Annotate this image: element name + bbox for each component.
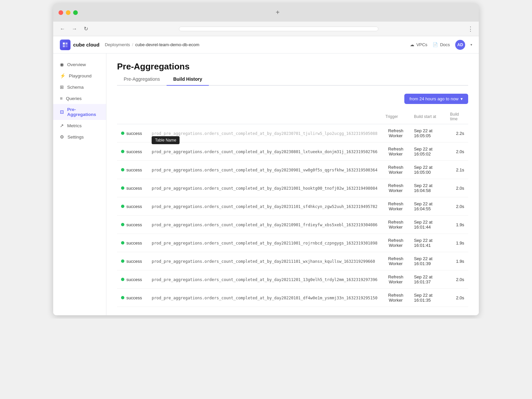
sidebar-item-label: Settings [67, 135, 84, 140]
svg-rect-0 [63, 43, 65, 45]
name-cell[interactable]: prod_pre_aggregations.orders_count_compl… [148, 234, 381, 252]
filter-label: from 24 hours ago to now [410, 96, 459, 101]
cloud-icon: ☁ [410, 42, 414, 47]
success-dot [121, 186, 124, 190]
name-cell[interactable]: prod_pre_aggregations.orders_count_compl… [148, 161, 381, 179]
vpcs-link[interactable]: ☁ VPCs [410, 42, 427, 47]
trigger-cell: RefreshWorker [381, 252, 410, 270]
name-cell[interactable]: prod_pre_aggregations.orders_count_compl… [148, 252, 381, 270]
sidebar-item-pre-aggregations[interactable]: ⊡ Pre-Aggregations [53, 104, 106, 120]
sidebar-item-overview[interactable]: ◉ Overview [53, 59, 106, 70]
svg-rect-3 [66, 45, 67, 47]
success-dot [121, 132, 124, 135]
table-row: successprod_pre_aggregations.orders_coun… [117, 197, 468, 216]
col-header-status [117, 109, 148, 124]
status-label: success [126, 259, 142, 264]
tab-build-history[interactable]: Build History [167, 73, 209, 86]
traffic-lights [59, 10, 78, 15]
build-start-cell: Sep 22 at 16:04:55 [410, 197, 446, 216]
success-dot [121, 278, 124, 281]
chevron-down-icon: ▾ [461, 96, 463, 101]
table-row: successprod_pre_aggregations.orders_coun… [117, 179, 468, 197]
table-name: prod_pre_aggregations.orders_count_compl… [152, 277, 377, 282]
name-cell[interactable]: prod_pre_aggregations.orders_count_compl… [148, 124, 381, 143]
sidebar: ◉ Overview ⚡ Playground ⊞ Schema ≡ Queri… [53, 53, 106, 315]
trigger-cell: RefreshWorker [381, 161, 410, 179]
build-time-cell: 2.0s [446, 270, 468, 289]
status-badge: success [121, 241, 144, 246]
docs-link[interactable]: 📄 Docs [433, 42, 450, 47]
col-header-build-start: Build start at [410, 109, 446, 124]
status-cell: success [117, 124, 148, 143]
status-label: success [126, 167, 142, 172]
close-button[interactable] [59, 10, 63, 15]
page-title: Pre-Aggregations [117, 61, 190, 72]
reload-button[interactable]: ↻ [82, 24, 89, 33]
trigger-cell: RefreshWorker [381, 270, 410, 289]
browser-toolbar: ← → ↻ ⋮ [53, 22, 479, 36]
minimize-button[interactable] [66, 10, 70, 15]
build-time-cell: 1.9s [446, 252, 468, 270]
build-start-cell: Sep 22 at 16:01:37 [410, 270, 446, 289]
status-cell: success [117, 143, 148, 161]
name-cell[interactable]: prod_pre_aggregations.orders_count_compl… [148, 179, 381, 197]
trigger-cell: RefreshWorker [381, 124, 410, 143]
sidebar-item-label: Playground [69, 73, 91, 78]
table-name: prod_pre_aggregations.orders_count_compl… [152, 204, 377, 209]
status-badge: success [121, 222, 144, 227]
sidebar-item-label: Schema [67, 85, 84, 90]
table-name: prod_pre_aggregations.orders_count_compl… [152, 241, 377, 246]
table-name: prod_pre_aggregations.orders_count_compl… [152, 259, 375, 264]
breadcrumb-parent[interactable]: Deployments [105, 42, 130, 47]
sidebar-item-playground[interactable]: ⚡ Playground [53, 70, 106, 81]
name-cell[interactable]: prod_pre_aggregations.orders_count_compl… [148, 197, 381, 216]
name-cell[interactable]: prod_pre_aggregations.orders_count_compl… [148, 270, 381, 289]
maximize-button[interactable] [73, 10, 78, 15]
sidebar-item-queries[interactable]: ≡ Queries [53, 93, 106, 104]
status-label: success [126, 295, 142, 300]
status-label: success [126, 149, 142, 154]
forward-button[interactable]: → [70, 25, 78, 33]
status-label: success [126, 186, 142, 191]
avatar[interactable]: AD [455, 40, 465, 50]
table-name: prod_pre_aggregations.orders_count_compl… [152, 223, 377, 227]
new-tab-button[interactable]: + [273, 7, 282, 18]
success-dot [121, 241, 124, 245]
status-label: success [126, 204, 142, 209]
sidebar-item-settings[interactable]: ⚙ Settings [53, 131, 106, 143]
status-cell: success [117, 161, 148, 179]
status-label: success [126, 277, 142, 282]
trigger-cell: RefreshWorker [381, 179, 410, 197]
build-start-cell: Sep 22 at 16:01:41 [410, 234, 446, 252]
table-row: successprod_pre_aggregations.orders_coun… [117, 216, 468, 234]
build-start-cell: Sep 22 at 16:01:39 [410, 252, 446, 270]
trigger-cell: RefreshWorker [381, 143, 410, 161]
address-bar[interactable] [179, 27, 378, 31]
status-cell: success [117, 197, 148, 216]
build-start-cell: Sep 22 at 16:04:58 [410, 179, 446, 197]
queries-icon: ≡ [60, 96, 63, 101]
sidebar-item-schema[interactable]: ⊞ Schema [53, 81, 106, 93]
breadcrumb-current: cube-devrel-team-demo-db-ecom [135, 42, 200, 47]
build-start-cell: Sep 22 at 16:05:05 [410, 124, 446, 143]
svg-rect-1 [66, 43, 67, 45]
build-time-cell: 1.9s [446, 216, 468, 234]
back-button[interactable]: ← [59, 25, 66, 33]
sidebar-item-metrics[interactable]: ↗ Metrics [53, 120, 106, 131]
name-cell[interactable]: prod_pre_aggregations.orders_count_compl… [148, 143, 381, 161]
logo-text: cube cloud [73, 42, 99, 48]
pre-agg-icon: ⊡ [60, 109, 64, 115]
status-badge: success [121, 259, 144, 264]
logo-icon [60, 40, 70, 50]
main-layout: ◉ Overview ⚡ Playground ⊞ Schema ≡ Queri… [53, 53, 479, 315]
chevron-down-icon: ▾ [470, 43, 472, 47]
success-dot [121, 223, 124, 226]
filter-button[interactable]: from 24 hours ago to now ▾ [404, 94, 468, 104]
tab-pre-aggregations[interactable]: Pre-Aggregations [117, 73, 167, 86]
status-cell: success [117, 234, 148, 252]
page-header: Pre-Aggregations [117, 61, 468, 72]
name-cell[interactable]: prod_pre_aggregations.orders_count_compl… [148, 289, 381, 307]
name-cell[interactable]: prod_pre_aggregations.orders_count_compl… [148, 216, 381, 234]
more-options-button[interactable]: ⋮ [467, 25, 473, 33]
table-name: prod_pre_aggregations.orders_count_compl… [152, 131, 377, 136]
